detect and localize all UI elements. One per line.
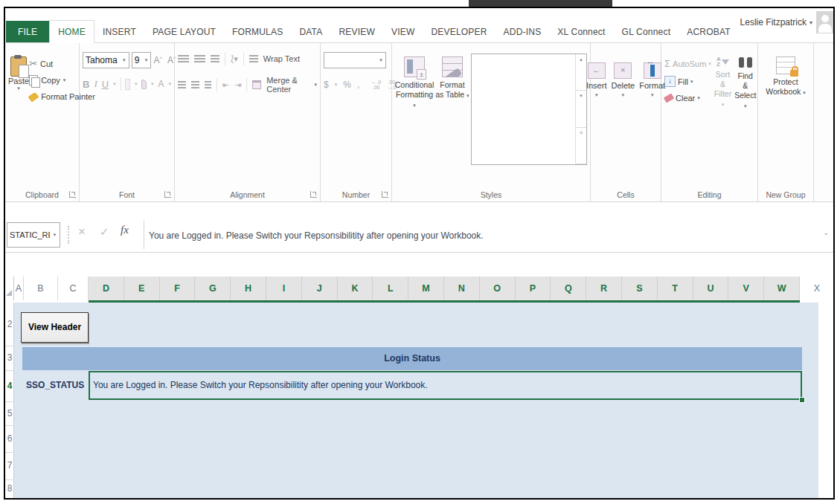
chevron-down-icon[interactable]: ▾	[113, 81, 116, 87]
delete-cells-button[interactable]: × Delete ▾	[611, 52, 635, 187]
currency-format-button[interactable]: $	[324, 80, 329, 90]
tab-insert[interactable]: INSERT	[94, 21, 144, 42]
sort-filter-button[interactable]: AZ Sort & Filter ▾	[714, 52, 731, 187]
active-cell-d4[interactable]: You are Logged in. Please Switch your Re…	[89, 371, 802, 400]
align-center-icon[interactable]	[191, 81, 199, 89]
chevron-down-icon[interactable]: ▾	[135, 81, 138, 87]
chevron-down-icon[interactable]: ▾	[120, 57, 129, 63]
column-header-i[interactable]: I	[266, 277, 302, 300]
dialog-launcher-icon[interactable]	[310, 191, 317, 198]
orientation-icon[interactable]: ⟅▾	[231, 54, 238, 64]
fill-handle[interactable]	[799, 397, 805, 403]
row-header-6[interactable]: 6	[5, 433, 14, 444]
gallery-more-icon[interactable]: ≡	[576, 128, 586, 164]
column-header-l[interactable]: L	[373, 277, 408, 300]
view-header-button[interactable]: View Header	[21, 312, 89, 343]
chevron-down-icon[interactable]: ▾	[50, 232, 60, 238]
column-header-p[interactable]: P	[516, 277, 551, 300]
column-header-s[interactable]: S	[622, 277, 658, 300]
column-header-t[interactable]: T	[658, 277, 693, 300]
sheet-filled-range[interactable]	[14, 303, 818, 498]
tab-developer[interactable]: DEVELOPER	[423, 21, 495, 42]
user-name[interactable]: Leslie Fitzpatrick	[740, 17, 807, 28]
borders-icon[interactable]	[125, 79, 130, 90]
column-header-b[interactable]: B	[24, 277, 58, 300]
tab-add-ins[interactable]: ADD-INS	[496, 21, 550, 42]
column-header-v[interactable]: V	[728, 277, 764, 300]
decrease-indent-icon[interactable]: ⇤	[222, 80, 229, 90]
align-top-icon[interactable]	[178, 55, 189, 63]
column-header-o[interactable]: O	[480, 277, 516, 300]
bold-button[interactable]: B	[83, 79, 89, 90]
column-header-j[interactable]: J	[302, 277, 338, 300]
avatar[interactable]	[816, 11, 835, 33]
font-color-icon[interactable]: A	[158, 79, 164, 89]
dialog-launcher-icon[interactable]	[164, 191, 171, 198]
percent-format-button[interactable]: %	[343, 80, 351, 90]
clear-button[interactable]: Clear ▾	[664, 94, 711, 103]
row-header-4[interactable]: 4	[5, 381, 14, 391]
column-header-k[interactable]: K	[338, 277, 373, 300]
font-size-combobox[interactable]: 9 ▾	[132, 52, 152, 68]
column-header-e[interactable]: E	[124, 277, 160, 300]
conditional-formatting-button[interactable]: Conditional Formatting ▾	[395, 52, 434, 110]
column-header-c[interactable]: C	[58, 277, 89, 300]
gallery-scroll-up-icon[interactable]: ▴	[576, 54, 586, 91]
column-header-m[interactable]: M	[408, 277, 444, 300]
gallery-scroll-down-icon[interactable]: ▾	[576, 91, 586, 127]
enter-button[interactable]: ✓	[100, 225, 109, 239]
cancel-button[interactable]: ×	[78, 224, 86, 239]
fill-color-icon[interactable]	[141, 80, 147, 89]
italic-button[interactable]: I	[94, 78, 97, 90]
sso-status-label-cell[interactable]: SSO_STATUS	[26, 371, 84, 400]
insert-function-button[interactable]: fx	[121, 224, 129, 236]
paste-button[interactable]: Paste ▾	[8, 52, 29, 187]
number-format-combobox[interactable]: ▾	[324, 52, 386, 68]
format-as-table-button[interactable]: Format as Table ▾	[435, 52, 469, 100]
column-header-x[interactable]: X	[800, 277, 835, 300]
dialog-launcher-icon[interactable]	[382, 191, 388, 198]
tab-view[interactable]: VIEW	[383, 21, 423, 42]
column-header-r[interactable]: R	[586, 277, 622, 300]
tab-data[interactable]: DATA	[291, 21, 330, 42]
name-box[interactable]: STATIC_RE... ▾	[7, 222, 60, 248]
formula-bar-input[interactable]: You are Logged in. Please Switch your Re…	[149, 230, 812, 241]
underline-button[interactable]: U	[102, 79, 109, 90]
column-header-h[interactable]: H	[231, 277, 266, 300]
increase-decimal-icon[interactable]: ←.0.00	[371, 80, 381, 90]
chevron-down-icon[interactable]: ▾	[314, 82, 317, 88]
chevron-down-icon[interactable]: ▾	[376, 57, 385, 63]
chevron-down-icon[interactable]: ▾	[335, 82, 338, 88]
chevron-down-icon[interactable]: ▾	[151, 81, 154, 87]
column-header-q[interactable]: Q	[551, 277, 586, 300]
account-area[interactable]: Leslie Fitzpatrick ▾	[740, 5, 835, 42]
column-header-d[interactable]: D	[89, 277, 124, 300]
font-name-combobox[interactable]: Tahoma ▾	[83, 52, 129, 68]
dialog-launcher-icon[interactable]	[69, 191, 76, 198]
tab-page-layout[interactable]: PAGE LAYOUT	[144, 21, 224, 42]
column-header-f[interactable]: F	[160, 277, 196, 300]
select-all-corner[interactable]	[5, 277, 14, 300]
tab-file[interactable]: FILE	[6, 21, 49, 42]
tab-acrobat[interactable]: ACROBAT	[679, 21, 739, 42]
fill-button[interactable]: ↓ Fill ▾	[664, 76, 711, 87]
row-header-8[interactable]: 8	[5, 483, 14, 494]
column-header-n[interactable]: N	[444, 277, 480, 300]
comma-format-button[interactable]: ,	[357, 80, 359, 90]
tab-xl-connect[interactable]: XL Connect	[549, 21, 613, 42]
align-right-icon[interactable]	[205, 81, 211, 89]
column-header-u[interactable]: U	[693, 277, 729, 300]
align-middle-icon[interactable]	[194, 55, 205, 63]
expand-formula-bar-icon[interactable]: ⌄	[823, 229, 829, 236]
increase-font-icon[interactable]: A˄	[153, 55, 165, 65]
column-header-w[interactable]: W	[764, 277, 800, 300]
tab-gl-connect[interactable]: GL Connect	[614, 21, 679, 42]
align-left-icon[interactable]	[178, 81, 186, 89]
align-bottom-icon[interactable]	[211, 55, 219, 63]
row-header-5[interactable]: 5	[5, 408, 14, 419]
row-header-3[interactable]: 3	[5, 352, 14, 363]
login-status-header-cell[interactable]: Login Status	[22, 347, 802, 370]
increase-indent-icon[interactable]: ⇥	[234, 80, 241, 90]
chevron-down-icon[interactable]: ▾	[141, 57, 150, 63]
find-select-button[interactable]: Find & Select ▾	[734, 52, 756, 187]
